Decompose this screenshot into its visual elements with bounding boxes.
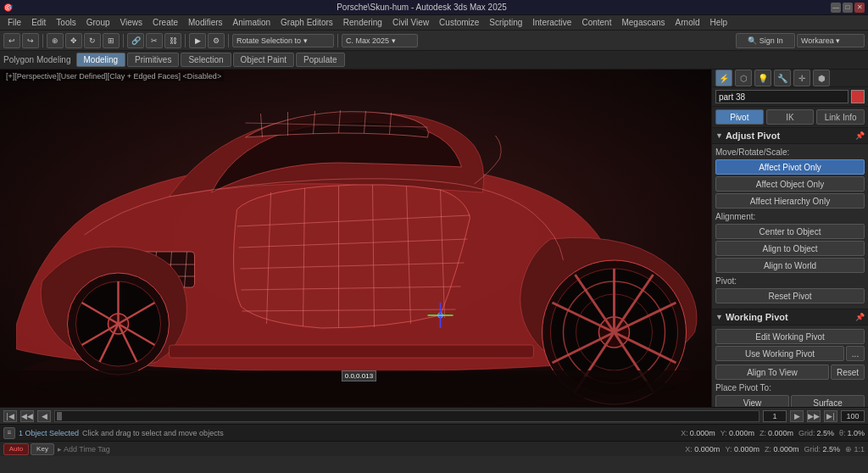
timeline-prev-button[interactable]: ◀◀ xyxy=(20,410,34,422)
menu-interactive[interactable]: Interactive xyxy=(528,17,576,28)
animation-controls: Auto Key xyxy=(3,443,54,455)
menu-megascans[interactable]: Megascans xyxy=(617,17,669,28)
unlink-button[interactable]: ✂ xyxy=(146,33,163,48)
primitives-tab[interactable]: Primitives xyxy=(127,53,179,67)
bottom-y-coord: Y: 0.000m xyxy=(725,445,760,454)
menu-tools[interactable]: Tools xyxy=(52,17,80,28)
pivot-tab[interactable]: Pivot xyxy=(715,109,764,125)
create-icon[interactable]: ✛ xyxy=(793,70,810,86)
bottom-bar: Auto Key ▸ Add Time Tag X: 0.000m Y: 0.0… xyxy=(0,441,868,456)
object-name-input[interactable]: part 38 xyxy=(715,90,849,103)
menu-content[interactable]: Content xyxy=(577,17,615,28)
reference-frame-dropdown[interactable]: Rotate Selection to ▾ xyxy=(232,34,334,47)
maximize-button[interactable]: □ xyxy=(843,3,853,13)
y-value: 0.000m xyxy=(729,429,754,437)
selection-tab[interactable]: Selection xyxy=(181,53,231,67)
modeling-tab[interactable]: Modeling xyxy=(76,53,126,67)
coordinate-display: X: 0.000m Y: 0.000m Z: 0.000m Grid: 2.5%… xyxy=(681,429,865,437)
timeline-start-button[interactable]: |◀ xyxy=(3,410,17,422)
menu-arnold[interactable]: Arnold xyxy=(671,17,704,28)
edit-working-pivot-button[interactable]: Edit Working Pivot xyxy=(715,329,865,344)
view-button[interactable]: View xyxy=(715,395,789,407)
menu-group[interactable]: Group xyxy=(82,17,114,28)
pivot-tab-row: Pivot IK Link Info xyxy=(712,107,868,128)
view-dropdown[interactable]: C. Max 2025 ▾ xyxy=(342,34,418,47)
menu-views[interactable]: Views xyxy=(116,17,147,28)
x-value: 0.000m xyxy=(690,429,715,437)
link-info-tab[interactable]: Link Info xyxy=(816,109,865,125)
render-setup-button[interactable]: ⚙ xyxy=(208,33,225,48)
menu-animation[interactable]: Animation xyxy=(229,17,275,28)
display-icon[interactable]: 💡 xyxy=(754,70,771,86)
menu-edit[interactable]: Edit xyxy=(27,17,50,28)
object-paint-tab[interactable]: Object Paint xyxy=(233,53,294,67)
redo-button[interactable]: ↪ xyxy=(22,33,39,48)
current-frame-input[interactable] xyxy=(763,410,787,422)
rotate-button[interactable]: ↻ xyxy=(84,33,101,48)
use-working-pivot-dots-button[interactable]: ... xyxy=(846,346,865,361)
close-button[interactable]: ✕ xyxy=(854,3,865,13)
menu-customize[interactable]: Customize xyxy=(435,17,483,28)
set-key-button[interactable]: Key xyxy=(31,443,54,455)
center-to-object-button[interactable]: Center to Object xyxy=(715,224,865,239)
populate-tab[interactable]: Populate xyxy=(296,53,344,67)
menu-scripting[interactable]: Scripting xyxy=(485,17,526,28)
search-button[interactable]: 🔍 Sign In xyxy=(736,33,795,48)
menu-bar: File Edit Tools Group Views Create Modif… xyxy=(0,15,868,31)
menu-graph-editors[interactable]: Graph Editors xyxy=(276,17,337,28)
menu-modifiers[interactable]: Modifiers xyxy=(184,17,227,28)
reset-button[interactable]: Reset xyxy=(831,364,865,380)
hierarchy-icon[interactable]: ⚡ xyxy=(715,70,732,86)
affect-pivot-only-button[interactable]: Affect Pivot Only xyxy=(715,159,865,175)
window-controls: — □ ✕ xyxy=(831,3,865,13)
surface-button[interactable]: Surface xyxy=(791,395,865,407)
status-icon-button[interactable]: ≡ xyxy=(3,427,15,439)
link-button[interactable]: 🔗 xyxy=(127,33,144,48)
total-frames-input[interactable] xyxy=(841,410,865,422)
align-to-world-button[interactable]: Align to World xyxy=(715,258,865,273)
select-button[interactable]: ⊕ xyxy=(47,33,64,48)
auto-key-button[interactable]: Auto xyxy=(3,443,29,455)
scale-button[interactable]: ⊞ xyxy=(103,33,120,48)
reset-pivot-button[interactable]: Reset Pivot xyxy=(715,288,865,303)
align-to-object-button[interactable]: Align to Object xyxy=(715,241,865,256)
workspace-dropdown[interactable]: Workarea ▾ xyxy=(797,34,865,47)
grid-coord: Grid: 2.5% xyxy=(798,429,834,437)
app-icon: 🎯 xyxy=(3,3,13,12)
undo-button[interactable]: ↩ xyxy=(3,33,20,48)
minimize-button[interactable]: — xyxy=(831,3,841,13)
status-left: ≡ 1 Object Selected xyxy=(3,427,79,439)
timeline-bar: |◀ ◀◀ ◀ ▶ ▶▶ ▶| xyxy=(0,407,868,424)
timeline-play-button[interactable]: ▶ xyxy=(790,410,804,422)
polygon-modeling-toolbar: Polygon Modeling Modeling Primitives Sel… xyxy=(0,51,868,70)
timeline-next-frame-button[interactable]: ▶▶ xyxy=(807,410,821,422)
move-button[interactable]: ✥ xyxy=(65,33,82,48)
menu-civil-view[interactable]: Civil View xyxy=(388,17,433,28)
bind-button[interactable]: ⛓ xyxy=(164,33,181,48)
align-to-view-button[interactable]: Align To View xyxy=(715,364,829,380)
menu-help[interactable]: Help xyxy=(705,17,732,28)
timeline-end-button[interactable]: ▶| xyxy=(824,410,837,422)
adjust-pivot-section-header[interactable]: ▼ Adjust Pivot 📌 xyxy=(712,128,868,144)
z-coord: Z: 0.000m xyxy=(760,429,793,437)
timeline-thumb[interactable] xyxy=(57,412,62,420)
affect-hierarchy-only-button[interactable]: Affect Hierarchy Only xyxy=(715,193,865,209)
render-button[interactable]: ▶ xyxy=(189,33,206,48)
timeline-prev-frame-button[interactable]: ◀ xyxy=(37,410,51,422)
motion-icon[interactable]: ⬡ xyxy=(735,70,752,86)
menu-rendering[interactable]: Rendering xyxy=(339,17,387,28)
timeline-track[interactable] xyxy=(54,410,760,422)
toolbar-separator-4 xyxy=(228,34,229,47)
affect-object-only-button[interactable]: Affect Object Only xyxy=(715,176,865,192)
working-pivot-section-header[interactable]: ▼ Working Pivot 📌 xyxy=(712,309,868,326)
menu-create[interactable]: Create xyxy=(148,17,182,28)
viewport-3d[interactable]: [+][Perspective][User Defined][Clay + Ed… xyxy=(0,70,711,407)
theta-coord: θ: 1.0% xyxy=(839,429,865,437)
utilities-icon[interactable]: 🔧 xyxy=(774,70,791,86)
y-coord: Y: 0.000m xyxy=(721,429,754,437)
ik-tab[interactable]: IK xyxy=(766,109,815,125)
menu-file[interactable]: File xyxy=(3,17,25,28)
modify-icon[interactable]: ⬢ xyxy=(813,70,830,86)
use-working-pivot-button[interactable]: Use Working Pivot xyxy=(715,346,844,361)
object-color-swatch[interactable] xyxy=(851,90,865,103)
